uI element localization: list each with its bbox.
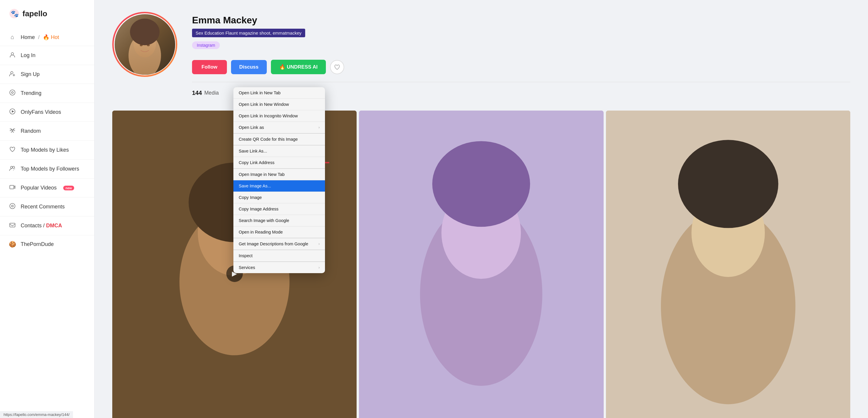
sidebar-item-onlyfans[interactable]: OnlyFans Videos	[0, 103, 94, 122]
ctx-services[interactable]: Services ›	[234, 262, 325, 273]
ctx-arrow-descriptions: ›	[318, 242, 320, 246]
sidebar-item-top-followers-label: Top Models by Followers	[21, 166, 79, 172]
sidebar-item-onlyfans-label: OnlyFans Videos	[21, 109, 61, 115]
ctx-open-new-tab[interactable]: Open Link in New Tab	[234, 87, 325, 99]
svg-point-10	[11, 167, 13, 169]
sidebar-item-contacts[interactable]: Contacts / DMCA	[0, 216, 94, 235]
sidebar-item-top-likes-label: Top Models by Likes	[21, 147, 69, 153]
sidebar: 🐾 fapello ⌂ Home / 🔥 Hot Log In Sign Up	[0, 0, 95, 418]
media-card-2[interactable]	[359, 111, 603, 418]
ctx-inspect[interactable]: Inspect	[234, 250, 325, 262]
svg-point-6	[10, 90, 15, 95]
context-menu: Open Link in New Tab Open Link in New Wi…	[234, 87, 325, 273]
sidebar-item-home-label: Home / 🔥 Hot	[21, 34, 59, 40]
svg-marker-9	[12, 110, 14, 113]
svg-point-29	[432, 141, 530, 227]
status-url: https://fapello.com/emma-mackey/144/	[4, 412, 69, 417]
sidebar-item-trending-label: Trending	[21, 90, 41, 96]
profile-tag: Instagram	[192, 41, 220, 49]
ctx-search-image-google[interactable]: Search Image with Google	[234, 215, 325, 227]
media-thumbnail-3	[606, 111, 850, 418]
svg-rect-12	[10, 185, 14, 189]
sidebar-item-contacts-label: Contacts / DMCA	[21, 222, 62, 229]
ctx-open-new-window[interactable]: Open Link in New Window	[234, 99, 325, 110]
sidebar-item-signup[interactable]: Sign Up	[0, 65, 94, 84]
avatar-image	[115, 14, 175, 75]
sidebar-item-top-likes[interactable]: Top Models by Likes	[0, 141, 94, 160]
sidebar-item-login[interactable]: Log In	[0, 46, 94, 65]
svg-text:🐾: 🐾	[11, 10, 19, 18]
follow-button[interactable]: Follow	[192, 60, 227, 74]
svg-point-14	[11, 205, 13, 207]
media-count: 144	[192, 90, 202, 96]
mail-icon	[9, 222, 16, 230]
sidebar-item-recent-comments-label: Recent Comments	[21, 204, 65, 210]
sidebar-item-top-followers[interactable]: Top Models by Followers	[0, 160, 94, 179]
profile-avatar	[115, 14, 175, 75]
svg-point-20	[140, 44, 143, 46]
ctx-copy-link-address[interactable]: Copy Link Address	[234, 157, 325, 169]
svg-point-19	[130, 19, 159, 45]
heart-outline-icon	[334, 64, 340, 70]
ctx-copy-image-address[interactable]: Copy Image Address	[234, 203, 325, 215]
media-stat: 144 Media	[192, 87, 219, 99]
svg-point-7	[11, 92, 13, 93]
popular-videos-badge: new	[63, 186, 74, 190]
sidebar-nav: ⌂ Home / 🔥 Hot Log In Sign Up Trending	[0, 26, 94, 256]
svg-point-33	[678, 140, 778, 228]
ctx-arrow-services: ›	[318, 265, 320, 270]
sidebar-item-random[interactable]: Random	[0, 122, 94, 141]
video-icon	[9, 184, 16, 192]
followers-icon	[9, 165, 16, 173]
sidebar-item-pornhub[interactable]: 🍪 ThePornDude	[0, 235, 94, 253]
logo-icon: 🐾	[9, 8, 20, 19]
heart-icon	[9, 146, 16, 154]
profile-section: Emma Mackey Sex Education Flaunt magazin…	[95, 0, 868, 108]
ctx-open-incognito[interactable]: Open Link in Incognito Window	[234, 110, 325, 122]
media-card-3[interactable]	[606, 111, 850, 418]
ctx-open-image-new-tab[interactable]: Open Image in New Tab	[234, 169, 325, 180]
discuss-button[interactable]: Discuss	[231, 60, 267, 74]
profile-actions: Follow Discuss 🔥 UNDRESS AI	[192, 60, 850, 74]
profile-avatar-ring	[112, 12, 177, 77]
signup-icon	[9, 70, 16, 78]
ctx-arrow-link-as: ›	[318, 125, 320, 129]
svg-point-2	[11, 53, 13, 55]
media-thumbnail-2	[359, 111, 603, 418]
svg-point-21	[147, 44, 150, 46]
favorite-button[interactable]	[330, 60, 344, 74]
ctx-save-link-as[interactable]: Save Link As...	[234, 145, 325, 157]
svg-point-11	[13, 167, 15, 169]
sidebar-item-pornhub-label: ThePornDude	[21, 241, 54, 247]
sidebar-item-trending[interactable]: Trending	[0, 84, 94, 103]
random-icon	[9, 127, 16, 135]
sidebar-item-popular-videos[interactable]: Popular Videos new	[0, 179, 94, 198]
undress-button[interactable]: 🔥 UNDRESS AI	[271, 60, 326, 74]
profile-avatar-wrap	[112, 12, 177, 77]
sidebar-item-recent-comments[interactable]: Recent Comments	[0, 198, 94, 216]
svg-point-13	[10, 203, 15, 209]
pornhub-icon: 🍪	[9, 241, 16, 248]
svg-point-3	[11, 71, 13, 74]
profile-name: Emma Mackey	[192, 15, 850, 26]
logo-text: fapello	[23, 9, 47, 18]
ctx-open-link-as[interactable]: Open Link as ›	[234, 122, 325, 133]
sidebar-item-login-label: Log In	[21, 52, 35, 59]
play-icon	[9, 108, 16, 116]
ctx-create-qr[interactable]: Create QR Code for this Image	[234, 133, 325, 145]
ctx-open-reading-mode[interactable]: Open in Reading Mode	[234, 227, 325, 238]
main-content: Emma Mackey Sex Education Flaunt magazin…	[95, 0, 868, 418]
sidebar-item-home[interactable]: ⌂ Home / 🔥 Hot	[0, 28, 94, 46]
ctx-get-image-descriptions[interactable]: Get Image Descriptions from Google ›	[234, 238, 325, 250]
comment-icon	[9, 203, 16, 211]
profile-info: Emma Mackey Sex Education Flaunt magazin…	[192, 12, 850, 99]
logo[interactable]: 🐾 fapello	[0, 0, 94, 26]
sidebar-item-popular-videos-label: Popular Videos	[21, 185, 57, 191]
status-bar: https://fapello.com/emma-mackey/144/	[0, 411, 73, 418]
sidebar-item-signup-label: Sign Up	[21, 71, 39, 78]
user-icon	[9, 52, 16, 59]
profile-subtitle: Sex Education Flaunt magazine shoot, emm…	[192, 29, 305, 37]
ctx-copy-image[interactable]: Copy Image	[234, 192, 325, 203]
svg-rect-15	[10, 223, 15, 227]
ctx-save-image-as[interactable]: Save Image As...	[234, 180, 325, 192]
